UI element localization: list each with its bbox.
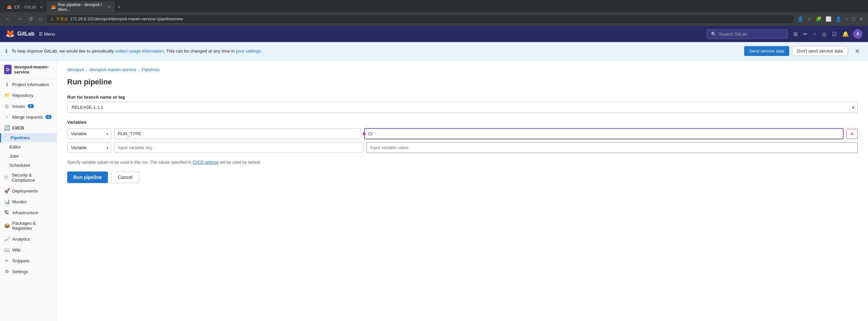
breadcrumb-sep-1: ›	[86, 67, 87, 72]
branch-select[interactable]: RELEASE-1.1.1	[67, 102, 858, 113]
issues-badge: 0	[28, 104, 34, 108]
refresh-button[interactable]: ↺	[26, 15, 35, 23]
browser-chrome: 🦊 IDE - GitLab ✕ 🦊 Run pipeline - devops…	[0, 0, 868, 26]
var-type-select-1[interactable]: Variable	[67, 128, 111, 139]
menu-button[interactable]: ☰ Menu	[39, 32, 55, 37]
breadcrumb-maven-service[interactable]: devops4-maven-service	[90, 67, 136, 72]
nav-bar: ← → ↺ ⌂ ⚠ 不安全 172.29.9.101/devops4/devop…	[0, 12, 868, 26]
sidebar-label-pipelines: Pipelines	[11, 135, 30, 140]
create-icon[interactable]: ✏	[802, 29, 809, 39]
sidebar-label-issues: Issues	[12, 104, 25, 109]
sidebar-item-repository[interactable]: 📁 Repository	[0, 90, 57, 101]
sidebar-item-deployments[interactable]: 🚀 Deployments	[0, 185, 57, 196]
sidebar-item-packages[interactable]: 📦 Packages & Registries	[0, 218, 57, 234]
banner-text-before: To help improve GitLab, we would like to…	[12, 48, 115, 54]
sidebar-label-jobs: Jobs	[10, 154, 19, 159]
close-banner-button[interactable]: ✕	[852, 47, 863, 55]
project-avatar: D	[4, 65, 12, 74]
breadcrumb-devops4[interactable]: devops4	[67, 67, 84, 72]
project-name: devops4-maven-service	[14, 64, 53, 75]
var-delete-button-1[interactable]: ✕	[846, 129, 858, 139]
new-tab-button[interactable]: +	[115, 3, 123, 11]
banner-text-middle: . This can be changed at any time in	[164, 48, 236, 54]
home-button[interactable]: ⌂	[37, 15, 44, 23]
sidebar-item-cicd[interactable]: 🔄 CI/CD	[0, 122, 57, 133]
back-button[interactable]: ←	[3, 15, 13, 23]
sidebar-item-merge-requests[interactable]: ⑃ Merge requests 0	[0, 112, 57, 122]
gitlab-logo: 🦊 GitLab	[5, 29, 35, 38]
header-search[interactable]: 🔍 Search GitLab	[706, 29, 788, 39]
tab-1[interactable]: 🦊 IDE - GitLab ✕	[3, 3, 47, 11]
extensions-icon[interactable]: 🧩	[814, 15, 823, 23]
profile-icon[interactable]: 👤	[834, 15, 843, 23]
account-icon[interactable]: 👤	[796, 15, 805, 23]
sidebar-label-security: Security & Compliance	[12, 173, 53, 183]
banner-actions: Send service data Don't send service dat…	[744, 46, 848, 56]
close-window-button[interactable]: ✕	[858, 15, 865, 23]
sidebar-sub-pipelines[interactable]: Pipelines	[0, 133, 57, 142]
sidebar-label-analytics: Analytics	[12, 237, 30, 242]
branch-form-group: Run for branch name or tag RELEASE-1.1.1…	[67, 95, 858, 113]
issues-icon[interactable]: ◎	[820, 29, 828, 39]
gitlab-wordmark: GitLab	[17, 31, 35, 37]
bookmark-icon[interactable]: ☆	[806, 15, 813, 23]
maximize-button[interactable]: □	[851, 15, 856, 23]
security-sidebar-icon: 🛡	[4, 175, 9, 180]
var-value-input-1[interactable]	[364, 128, 844, 139]
tab-bar: 🦊 IDE - GitLab ✕ 🦊 Run pipeline - devops…	[0, 0, 868, 12]
gitlab-fox-icon: 🦊	[5, 29, 15, 38]
sidebar-label-snippets: Snippets	[12, 258, 30, 263]
banner-text: To help improve GitLab, we would like to…	[12, 48, 740, 54]
run-pipeline-button[interactable]: Run pipeline	[67, 172, 108, 183]
snippets-icon: ✂	[4, 258, 10, 263]
security-label: 不安全	[56, 16, 68, 22]
todo-icon[interactable]: ☑	[831, 29, 838, 39]
sidebar-sub-schedules[interactable]: Schedules	[0, 161, 57, 170]
cancel-button[interactable]: Cancel	[111, 172, 139, 183]
sidebar-item-settings[interactable]: ⚙ Settings	[0, 266, 57, 277]
cicd-icon: 🔄	[4, 125, 10, 131]
sidebar-item-issues[interactable]: ◎ Issues 0	[0, 101, 57, 112]
sidebar-header: D devops4-maven-service	[0, 60, 57, 79]
cicd-settings-link[interactable]: CI/CD settings	[192, 160, 219, 165]
tab-1-close[interactable]: ✕	[40, 5, 43, 9]
sidebar-item-snippets[interactable]: ✂ Snippets	[0, 255, 57, 266]
sidebar-item-wiki[interactable]: 📖 Wiki	[0, 244, 57, 255]
var-value-input-2[interactable]	[366, 142, 858, 153]
var-type-select-2[interactable]: Variable	[67, 142, 111, 153]
home-header-icon[interactable]: ⊞	[792, 29, 799, 39]
sidebar-item-analytics[interactable]: 📈 Analytics	[0, 234, 57, 244]
send-service-data-button[interactable]: Send service data	[744, 46, 789, 56]
dont-send-service-data-button[interactable]: Don't send service data	[792, 46, 848, 56]
sidebar-item-monitor[interactable]: 📊 Monitor	[0, 196, 57, 207]
var-type-wrapper-1: Variable ▾	[67, 128, 111, 139]
notifications-icon[interactable]: 🔔	[841, 29, 850, 39]
user-avatar[interactable]: A	[853, 29, 863, 39]
branch-label: Run for branch name or tag	[67, 95, 858, 100]
sidebar-item-security[interactable]: 🛡 Security & Compliance	[0, 170, 57, 185]
var-key-input-1[interactable]	[114, 128, 361, 139]
forward-button[interactable]: →	[15, 15, 24, 23]
form-actions: Run pipeline Cancel	[67, 172, 858, 183]
settings-link[interactable]: your settings	[236, 48, 261, 54]
gitlab-header: 🦊 GitLab ☰ Menu 🔍 Search GitLab ⊞ ✏ ⑃ ◎ …	[0, 26, 868, 42]
sidebar-item-project-info[interactable]: ℹ Project information	[0, 79, 57, 90]
search-placeholder: Search GitLab	[719, 32, 747, 37]
var-key-input-2[interactable]	[114, 142, 363, 153]
sidebar-sub-editor[interactable]: Editor	[0, 142, 57, 152]
menu-label: Menu	[44, 32, 55, 37]
sidebar-sub-jobs[interactable]: Jobs	[0, 152, 57, 161]
page-title: Run pipeline	[67, 78, 858, 86]
tab-2-close[interactable]: ✕	[108, 5, 111, 9]
tab-2[interactable]: 🦊 Run pipeline - devops4 / devo... ✕	[47, 1, 115, 13]
address-bar[interactable]: ⚠ 不安全 172.29.9.101/devops4/devops4-maven…	[46, 15, 794, 24]
minimize-button[interactable]: −	[844, 15, 849, 23]
sidebar-label-deployments: Deployments	[12, 188, 38, 194]
sidebar-item-infrastructure[interactable]: 🏗 Infrastructure	[0, 207, 57, 218]
split-view-icon[interactable]: ⬜	[824, 15, 833, 23]
info-icon: ℹ	[5, 48, 7, 54]
collect-usage-link[interactable]: collect usage information	[115, 48, 164, 54]
breadcrumb-pipelines[interactable]: Pipelines	[142, 67, 160, 72]
merge-requests-icon[interactable]: ⑃	[812, 29, 818, 38]
variables-title: Variables	[67, 120, 858, 125]
